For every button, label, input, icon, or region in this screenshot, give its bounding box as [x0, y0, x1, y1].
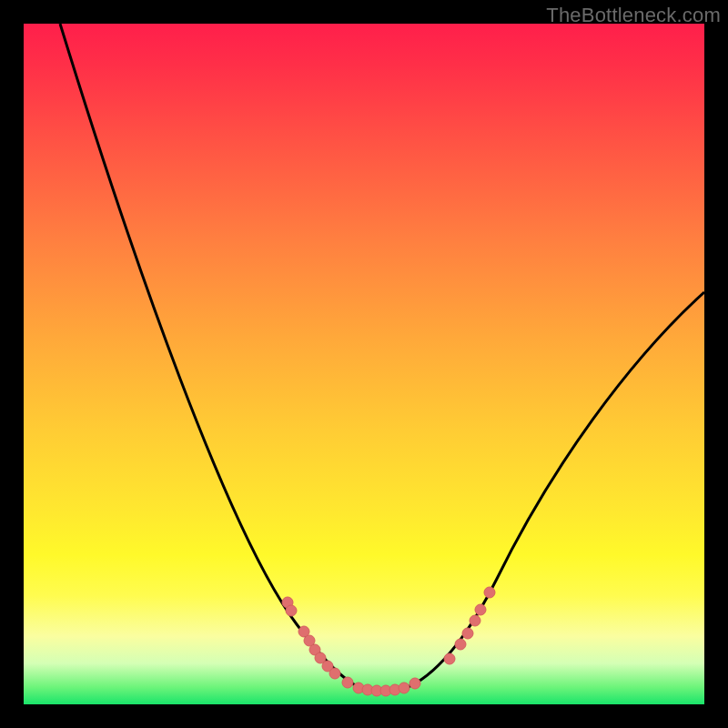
chart-area [24, 24, 704, 704]
data-dot [342, 677, 353, 688]
right-curve [406, 292, 704, 688]
watermark-text: TheBottleneck.com [546, 4, 721, 27]
data-dot [329, 668, 340, 679]
data-dot [286, 605, 297, 616]
data-dot [410, 678, 420, 689]
data-dot [484, 587, 495, 598]
data-dot [475, 604, 486, 615]
bottleneck-curve-svg [24, 24, 704, 704]
left-curve [60, 24, 360, 688]
data-dot [399, 682, 410, 693]
dot-layer [282, 587, 495, 696]
data-dot [462, 628, 473, 639]
data-dot [455, 639, 466, 650]
data-dot [470, 615, 480, 626]
data-dot [444, 653, 455, 664]
